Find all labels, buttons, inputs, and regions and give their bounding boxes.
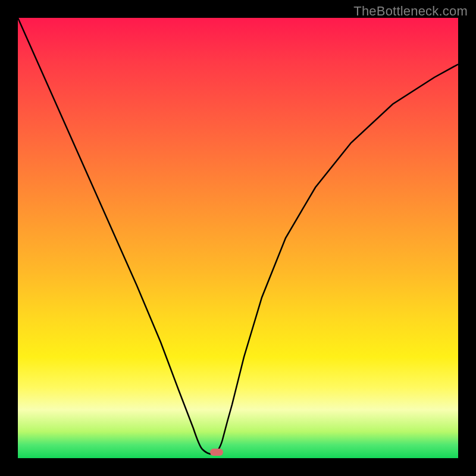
optimal-point-marker: [210, 449, 223, 456]
bottleneck-curve: [18, 18, 458, 458]
chart-frame: TheBottleneck.com: [0, 0, 476, 476]
curve-path: [18, 18, 458, 454]
chart-plot-area: [18, 18, 458, 458]
watermark-label: TheBottleneck.com: [353, 4, 468, 19]
